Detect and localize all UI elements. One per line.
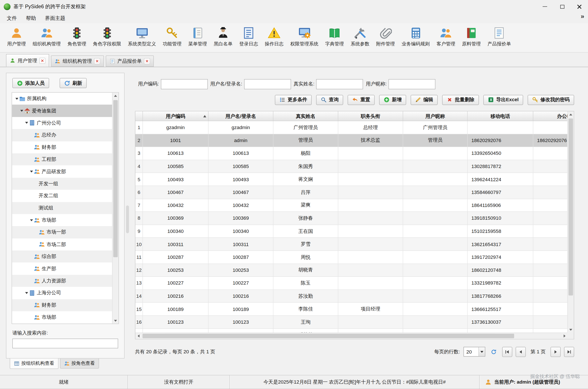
tree-node-5[interactable]: 工程部 <box>12 153 112 165</box>
toolbar-item-system-type-definition[interactable]: 系统类型定义 <box>125 25 159 49</box>
first-page-button[interactable] <box>502 347 512 357</box>
tree-node-15[interactable]: 人力资源部 <box>12 275 112 287</box>
rows-per-page-select[interactable]: 20 <box>463 347 485 357</box>
query-button[interactable]: 查询 <box>316 95 343 105</box>
tab-view-by-role[interactable]: 按角色查看 <box>60 358 99 369</box>
scroll-right-button[interactable] <box>561 333 567 339</box>
prev-page-button[interactable] <box>516 347 526 357</box>
table-row[interactable]: 9100340100340王在国15102159558 <box>135 225 567 238</box>
toolbar-item-dictionary-management[interactable]: 字典管理 <box>322 25 347 49</box>
toolbar-item-menu-management[interactable]: 菜单管理 <box>185 25 210 49</box>
tab-org-management[interactable]: 组织机构管理 <box>51 56 104 67</box>
tree-node-8[interactable]: 开发二组 <box>12 190 112 202</box>
export-excel-button[interactable]: 导出Excel <box>483 95 523 105</box>
table-row[interactable]: 4100585100585朱国秀13028817872 <box>135 160 567 173</box>
toolbar-item-system-params[interactable]: 系统参数 <box>347 25 373 49</box>
column-header-6[interactable]: 移动电话 <box>467 111 533 121</box>
scroll-down-button[interactable] <box>112 318 119 324</box>
table-row[interactable]: 5100493100493蒋文娴13962441224 <box>135 173 567 186</box>
tree-node-4[interactable]: 财务部 <box>12 141 112 153</box>
tab-product-quotation[interactable]: 产品报价单 <box>106 56 154 67</box>
last-page-button[interactable] <box>564 347 574 357</box>
table-vertical-scrollbar[interactable] <box>567 111 574 333</box>
column-header-7[interactable]: 办公电话 <box>533 111 567 121</box>
toolbar-item-attachment-management[interactable]: 附件管理 <box>373 25 398 49</box>
toolbar-item-business-code-rules[interactable]: 业务编码规则 <box>398 25 433 49</box>
table-row[interactable]: 8100369100369张静春13918150910 <box>135 212 567 225</box>
toolbar-overflow-button[interactable]: » <box>579 11 586 22</box>
toolbar-item-org-management[interactable]: 组织机构管理 <box>29 25 64 49</box>
tree-node-10[interactable]: 市场部 <box>12 214 112 226</box>
tree-node-1[interactable]: 爱奇迪集团 <box>12 105 112 117</box>
refresh-button[interactable]: 刷新 <box>60 78 87 88</box>
column-header-2[interactable]: 用户名/登录名 <box>208 111 273 121</box>
column-header-0[interactable] <box>135 111 143 121</box>
tree-node-7[interactable]: 开发一组 <box>12 178 112 190</box>
column-header-4[interactable]: 职务头衔 <box>338 111 403 121</box>
minimize-button[interactable] <box>536 0 554 13</box>
toolbar-item-material-management[interactable]: 原料管理 <box>459 25 484 49</box>
table-row[interactable]: 13100227100227陈玉13321989782 <box>135 277 567 290</box>
table-row[interactable]: 7100432100432梁爽18641165906 <box>135 199 567 212</box>
nickname-input[interactable] <box>389 79 435 89</box>
real-name-input[interactable] <box>316 79 363 89</box>
tree-node-12[interactable]: 市场二部 <box>12 238 112 250</box>
tab-close-icon[interactable] <box>94 58 100 64</box>
edit-button[interactable]: 编辑 <box>411 95 438 105</box>
tree-node-6[interactable]: 产品研发部 <box>12 165 112 178</box>
scrollbar-thumb[interactable] <box>142 334 514 338</box>
scroll-up-button[interactable] <box>568 111 574 117</box>
reset-button[interactable]: 重置 <box>348 95 375 105</box>
add-person-button[interactable]: 添加人员 <box>12 78 49 88</box>
column-header-5[interactable]: 用户昵称 <box>403 111 467 121</box>
chevron-down-icon[interactable] <box>478 347 485 356</box>
toolbar-item-product-quotation[interactable]: 产品报价单 <box>484 25 515 49</box>
column-header-1[interactable]: 用户编码 <box>143 111 208 121</box>
more-conditions-button[interactable]: 更多条件 <box>275 95 312 105</box>
column-header-3[interactable]: 真实姓名 <box>273 111 338 121</box>
tree-node-16[interactable]: 上海分公司 <box>12 287 112 299</box>
tree-node-14[interactable]: 生产部 <box>12 263 112 275</box>
table-row[interactable]: 6100467100467吕萍13584660797 <box>135 186 567 199</box>
toolbar-item-login-log[interactable]: 登录日志 <box>236 25 261 49</box>
menu-item-1[interactable]: 帮助 <box>21 14 40 23</box>
user-code-input[interactable] <box>161 79 208 89</box>
tree-scrollbar[interactable] <box>112 93 118 324</box>
tree-node-13[interactable]: 综合部 <box>12 251 112 263</box>
login-name-input[interactable] <box>244 79 291 89</box>
scroll-left-button[interactable] <box>135 333 141 339</box>
tree-node-17[interactable]: 财务部 <box>12 299 112 311</box>
tree-node-3[interactable]: 总经办 <box>12 129 112 141</box>
tree-node-9[interactable]: 测试组 <box>12 202 112 214</box>
tree-node-11[interactable]: 市场一部 <box>12 226 112 238</box>
refresh-page-button[interactable] <box>489 347 499 357</box>
table-row[interactable]: 17100096100096邓苏芸13675820241 <box>135 329 567 333</box>
toolbar-item-user-management[interactable]: 用户管理 <box>4 25 29 49</box>
expander-icon[interactable] <box>20 110 23 112</box>
toolbar-item-permission-system[interactable]: 权限管理系统 <box>287 25 322 49</box>
toolbar-item-role-management[interactable]: 角色管理 <box>64 25 90 49</box>
next-page-button[interactable] <box>551 347 561 357</box>
menu-item-2[interactable]: 界面主题 <box>40 14 70 23</box>
table-row[interactable]: 3100613100613杨阳13392650450 <box>135 147 567 160</box>
tab-close-icon[interactable] <box>144 58 150 64</box>
toolbar-item-black-white-list[interactable]: 黑白名单 <box>210 25 236 49</box>
expander-icon[interactable] <box>25 292 28 294</box>
toolbar-item-function-management[interactable]: 功能管理 <box>159 25 185 49</box>
scrollbar-thumb[interactable] <box>113 100 118 257</box>
scrollbar-thumb[interactable] <box>569 119 573 295</box>
tab-user-management[interactable]: 用户管理 <box>6 54 49 67</box>
tab-view-by-org[interactable]: 按组织机构查看 <box>10 358 58 369</box>
change-password-button[interactable]: 修改我的密码 <box>528 95 574 105</box>
expander-icon[interactable] <box>15 98 18 100</box>
toolbar-item-operation-log[interactable]: 操作日志 <box>261 25 287 49</box>
tab-close-icon[interactable] <box>39 58 45 64</box>
scroll-down-button[interactable] <box>568 326 574 333</box>
expander-icon[interactable] <box>30 171 33 173</box>
table-row[interactable]: 11100287100287周悦13917202974 <box>135 251 567 264</box>
table-row[interactable]: 12100253100253胡晓青18602120748 <box>135 264 567 277</box>
tree-node-2[interactable]: 广州分公司 <box>12 117 112 129</box>
tree-node-0[interactable]: 所属机构 <box>12 93 112 105</box>
splitter-handle[interactable] <box>126 205 129 233</box>
toolbar-item-role-field-permission[interactable]: 角色字段权限 <box>90 25 124 49</box>
